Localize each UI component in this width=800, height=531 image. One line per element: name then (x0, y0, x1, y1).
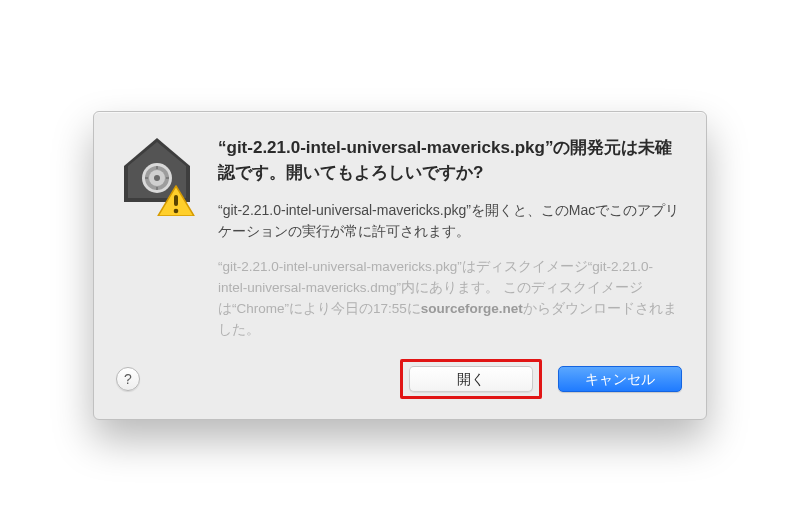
dialog-info: “git-2.21.0-intel-universal-mavericks.pk… (218, 257, 682, 341)
dialog-info-source: sourceforge.net (421, 301, 523, 316)
button-row: 開く キャンセル (400, 359, 682, 399)
dialog-body: “git-2.21.0-intel-universal-mavericks.pk… (118, 136, 682, 340)
svg-rect-11 (174, 195, 178, 206)
security-icon (118, 136, 196, 340)
help-icon: ? (124, 371, 132, 387)
dialog-footer: ? 開く キャンセル (118, 359, 682, 399)
gatekeeper-dialog: “git-2.21.0-intel-universal-mavericks.pk… (93, 111, 707, 419)
help-button[interactable]: ? (116, 367, 140, 391)
dialog-message: “git-2.21.0-intel-universal-mavericks.pk… (218, 200, 682, 243)
dialog-content: “git-2.21.0-intel-universal-mavericks.pk… (218, 136, 682, 340)
svg-point-5 (154, 175, 160, 181)
open-button[interactable]: 開く (409, 366, 533, 392)
svg-point-12 (174, 209, 179, 214)
open-button-highlight: 開く (400, 359, 542, 399)
cancel-button[interactable]: キャンセル (558, 366, 682, 392)
dialog-title: “git-2.21.0-intel-universal-mavericks.pk… (218, 136, 682, 185)
